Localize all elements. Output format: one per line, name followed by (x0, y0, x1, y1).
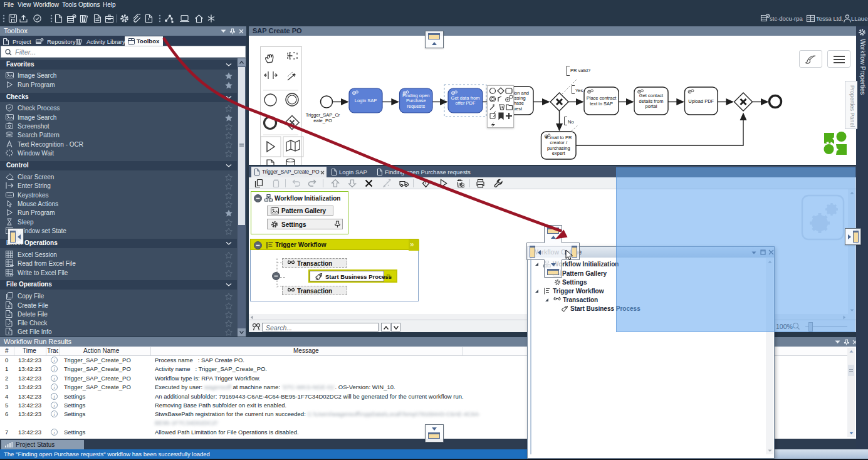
svg-text:requests: requests (407, 103, 425, 109)
svg-text:Upload PDF: Upload PDF (688, 98, 714, 104)
svg-text:PR valid?: PR valid? (570, 68, 590, 73)
svg-text:Login SAP: Login SAP (355, 98, 377, 103)
svg-text:offer PDF: offer PDF (456, 100, 476, 106)
svg-text:text in SAP: text in SAP (590, 101, 613, 107)
svg-text:portal: portal (646, 103, 657, 109)
svg-text:expert: expert (552, 150, 566, 156)
svg-text:No: No (568, 119, 574, 125)
svg-text:Yes: Yes (575, 88, 583, 93)
